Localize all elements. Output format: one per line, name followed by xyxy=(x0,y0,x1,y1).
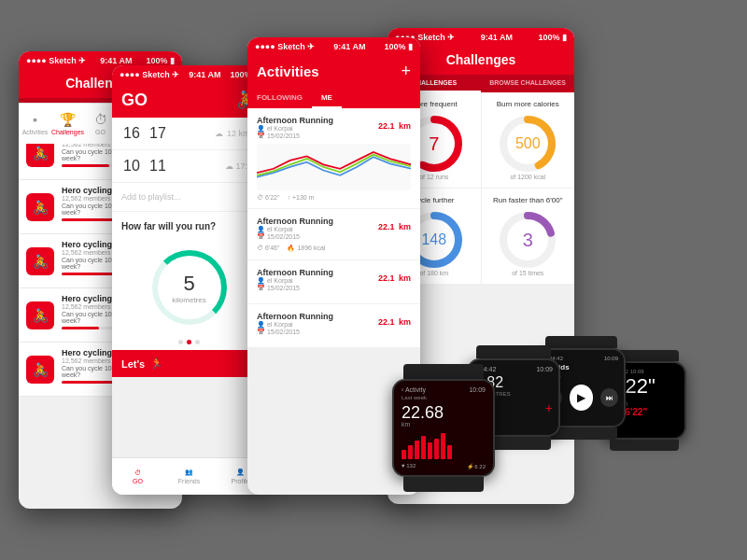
play-button[interactable]: ▶ xyxy=(570,385,594,411)
bar-3 xyxy=(415,441,419,459)
activity-item-2[interactable]: Afternoon Running 👤 el Korpai 📅 15/02/20… xyxy=(247,209,420,260)
go-nav-go[interactable]: ⏱ GO xyxy=(112,458,163,495)
go-body: 16 17 ☁ 12 km/h 10 11 ☁ 17:28 Add to pla… xyxy=(112,118,266,377)
plus-icon[interactable]: + xyxy=(401,62,411,81)
go-circle-unit: kilometres xyxy=(172,296,205,304)
nav-label-activities: Activities xyxy=(22,129,49,135)
go-circle-num: 5 xyxy=(183,272,194,296)
go-nav-go-label: GO xyxy=(133,478,143,484)
act-distance-1: 22.1 km xyxy=(378,116,411,133)
card-faster: Run faster than 6'00" 3 of 15 times xyxy=(482,189,575,284)
act-header-4: Afternoon Running 👤 el Korpai 📅 15/02/20… xyxy=(257,312,411,336)
runner-icon: 🏃 xyxy=(150,357,163,370)
w1-bar-chart xyxy=(402,431,486,459)
watch-band-top-2 xyxy=(476,345,551,358)
calendar-icon-4: 📅 xyxy=(257,329,265,335)
donut-calories: 500 xyxy=(498,114,557,174)
act-user-4: 👤 el Korpai xyxy=(257,321,333,329)
go-row-1: 16 17 ☁ 12 km/h xyxy=(112,118,266,150)
act-date-2: 📅 15/02/2015 xyxy=(257,233,333,241)
card-num-cycle: 148 xyxy=(421,231,446,248)
bar-chart-icon: ▪ xyxy=(33,112,37,127)
go-pagination-dots xyxy=(112,334,266,350)
go-cta-text: Let's xyxy=(121,358,145,370)
watch-band-bottom-1 xyxy=(403,477,484,492)
go-circle: 5 kilometres xyxy=(152,250,227,325)
act-time-1: ⏱ 6'22" xyxy=(257,194,279,201)
tab-me[interactable]: ME xyxy=(312,89,342,108)
activities-tabs[interactable]: FOLLOWING ME xyxy=(247,89,420,108)
stopwatch-icon: ⏱ xyxy=(94,112,107,127)
act-title-4: Afternoon Running xyxy=(257,312,333,321)
heart-icon-w1: ♥ 132 xyxy=(402,463,416,469)
bar-8 xyxy=(447,445,452,459)
go-nav-friends[interactable]: 👥 Friends xyxy=(163,458,215,495)
card-calories: Burn more calories 500 of 1200 kcal xyxy=(482,92,575,188)
go-playlist[interactable]: Add to playlist... › xyxy=(112,183,266,212)
nav-activities[interactable]: ▪ Activities xyxy=(19,104,51,144)
pace-stat-w1: ⚡ 6 22 xyxy=(467,463,486,469)
bar-5 xyxy=(428,442,432,459)
next-button[interactable]: ⏭ xyxy=(600,388,618,407)
activity-item-4[interactable]: Afternoon Running 👤 el Korpai 📅 15/02/20… xyxy=(247,304,420,348)
user-icon-4: 👤 xyxy=(257,321,265,328)
dot-2 xyxy=(187,340,191,344)
watch-activity: ‹ Activity 10:09 Last week 22.68 km ♥ 13… xyxy=(392,364,495,492)
w1-subtitle: Last week xyxy=(402,395,486,400)
act-date-1: 📅 15/02/2015 xyxy=(257,133,333,140)
watch-body-1: ‹ Activity 10:09 Last week 22.68 km ♥ 13… xyxy=(392,379,495,477)
act-time-2: ⏱ 6'46" xyxy=(257,245,279,252)
w1-unit: km xyxy=(402,421,486,427)
act-distance-4: 22.1 km xyxy=(378,312,411,329)
status-dots-2: ●●●● Sketch ✈ xyxy=(120,70,179,79)
dot-3 xyxy=(195,340,200,344)
act-date-3: 📅 15/02/2015 xyxy=(257,285,333,292)
go-cta-bar[interactable]: Let's 🏃 xyxy=(112,350,266,377)
activity-chart-1 xyxy=(257,144,411,190)
bar-7 xyxy=(441,433,445,459)
tab-following[interactable]: FOLLOWING xyxy=(247,89,312,108)
status-battery-3: 100% ▮ xyxy=(384,42,413,51)
go-circle-container: 5 kilometres xyxy=(112,241,266,334)
act-title-3: Afternoon Running xyxy=(257,268,333,277)
act-left-1: Afternoon Running 👤 el Korpai 📅 15/02/20… xyxy=(257,116,333,140)
calendar-icon-3: 📅 xyxy=(257,285,265,291)
w2-time: 10:09 xyxy=(536,366,553,372)
user-icon-3: 👤 xyxy=(257,277,265,284)
act-header-3: Afternoon Running 👤 el Korpai 📅 15/02/20… xyxy=(257,268,411,292)
go-bottom-nav: ⏱ GO 👥 Friends 👤 Profile xyxy=(112,457,266,495)
calendar-icon-2: 📅 xyxy=(257,233,265,240)
bar-2 xyxy=(408,445,413,459)
status-battery-1: 100% ▮ xyxy=(146,56,175,65)
status-dots-3: ●●●● Sketch ✈ xyxy=(255,42,315,51)
watch-screen-1: ‹ Activity 10:09 Last week 22.68 km ♥ 13… xyxy=(394,381,493,475)
go-nums-1: 16 17 xyxy=(121,125,168,142)
activity-item-3[interactable]: Afternoon Running 👤 el Korpai 📅 15/02/20… xyxy=(247,260,420,304)
challenges-title-4: Challenges xyxy=(446,52,516,67)
go-num-2b: 11 xyxy=(148,158,168,175)
go-row-2: 10 11 ☁ 17:28 xyxy=(112,150,266,183)
status-time-2: 9:41 AM xyxy=(189,70,220,79)
tab-browse-4[interactable]: BROWSE CHALLENGES xyxy=(481,75,574,92)
act-calories-2: 🔥 1896 kcal xyxy=(287,245,325,252)
activity-item-1[interactable]: Afternoon Running 👤 el Korpai 📅 15/02/20… xyxy=(247,108,420,209)
bar-6 xyxy=(434,439,439,459)
plus-icon-w2: + xyxy=(545,400,553,415)
card-sub-faster: of 15 times xyxy=(512,270,543,276)
status-time-4: 9:41 AM xyxy=(481,33,513,42)
challenge-icon-2: 🚴 xyxy=(26,193,54,221)
watch-band-top-1 xyxy=(403,364,484,379)
act-user-1: 👤 el Korpai xyxy=(257,125,333,133)
status-time-1: 9:41 AM xyxy=(100,56,132,65)
nav-challenges-active[interactable]: 🏆 Challenges xyxy=(51,104,84,144)
go-num-2a: 10 xyxy=(121,158,142,175)
user-icon-2: 👤 xyxy=(257,226,265,232)
trophy-icon: 🏆 xyxy=(60,112,76,127)
card-num-faster: 3 xyxy=(523,230,533,251)
w3-time: 10:09 xyxy=(604,356,618,361)
card-label-faster: Run faster than 6'00" xyxy=(493,196,563,204)
activities-header: Activities + xyxy=(247,56,420,89)
status-time-3: 9:41 AM xyxy=(333,42,365,51)
nav-label-challenges: Challenges xyxy=(51,129,84,135)
user-icon-1: 👤 xyxy=(257,125,265,132)
